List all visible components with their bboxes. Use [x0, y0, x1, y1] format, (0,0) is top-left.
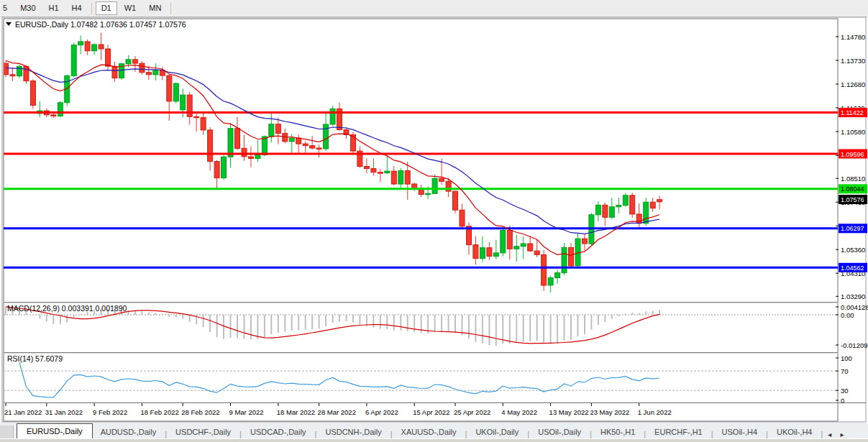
- chart-area[interactable]: 1.147801.137301.126801.116301.105801.095…: [0, 0, 868, 423]
- candle: [85, 42, 90, 51]
- candle: [160, 70, 165, 75]
- candle: [507, 231, 512, 249]
- candle: [330, 109, 335, 124]
- macd-histogram-bar: [66, 315, 68, 323]
- tab-audusd-daily[interactable]: AUDUSD-,Daily: [93, 425, 165, 438]
- tab-scroll-right-button[interactable]: ▸: [836, 431, 848, 438]
- candle: [153, 70, 158, 75]
- price-axis-label: 1.08510: [841, 175, 865, 183]
- tab-usdchf-daily[interactable]: USDCHF-,Daily: [168, 425, 239, 438]
- macd-histogram-bar: [618, 315, 619, 316]
- candle: [167, 75, 172, 101]
- tab-eurusd-daily[interactable]: EURUSD-,Daily: [17, 423, 93, 438]
- macd-histogram-bar: [168, 315, 170, 317]
- candle: [616, 206, 621, 207]
- macd-histogram-bar: [155, 313, 156, 315]
- macd-histogram-bar: [319, 315, 320, 329]
- candle: [501, 231, 506, 253]
- level-price-tag: 1.09596: [841, 151, 864, 158]
- macd-histogram-bar: [373, 315, 374, 328]
- macd-axis-label: -0.012093: [841, 341, 868, 349]
- candle: [473, 245, 478, 259]
- candle: [248, 157, 253, 159]
- candle: [126, 60, 131, 64]
- tab-usoil-daily[interactable]: USOil-,Daily: [530, 425, 589, 438]
- candle: [609, 207, 614, 218]
- macd-histogram-bar: [332, 315, 334, 323]
- candle: [412, 184, 417, 188]
- candle: [92, 45, 97, 51]
- candle: [228, 129, 233, 157]
- macd-histogram-bar: [639, 313, 640, 315]
- candle: [255, 155, 260, 159]
- macd-histogram-bar: [244, 315, 245, 339]
- macd-histogram-bar: [393, 315, 395, 331]
- macd-histogram-bar: [550, 315, 552, 344]
- tab-eurchf-h1[interactable]: EURCHF-,H1: [647, 425, 711, 438]
- macd-histogram-bar: [325, 315, 326, 326]
- macd-histogram-bar: [584, 315, 585, 334]
- tab-ukoil-daily[interactable]: UKOil-,Daily: [467, 425, 526, 438]
- macd-histogram-bar: [577, 315, 579, 336]
- macd-histogram-bar: [495, 315, 497, 346]
- date-axis-label: 31 Jan 2022: [45, 408, 83, 416]
- candle: [528, 244, 533, 251]
- rsi-axis-label: 100: [841, 354, 852, 362]
- macd-histogram-bar: [223, 315, 224, 339]
- chart-title: EURUSD-,Daily 1.07482 1.07636 1.07457 1.…: [15, 20, 186, 29]
- macd-histogram-bar: [46, 315, 47, 321]
- candle: [398, 171, 403, 185]
- date-axis-label: 4 May 2022: [501, 408, 537, 416]
- candle: [106, 49, 111, 66]
- candle: [351, 135, 356, 152]
- status-strip: [0, 438, 868, 442]
- candle: [310, 146, 315, 149]
- macd-histogram-bar: [32, 315, 34, 316]
- tab-usdcnh-daily[interactable]: USDCNH-,Daily: [317, 425, 389, 438]
- candle: [146, 73, 151, 75]
- macd-histogram-bar: [305, 315, 306, 330]
- candle: [283, 134, 288, 142]
- macd-histogram-bar: [346, 315, 347, 321]
- candle: [480, 248, 485, 259]
- date-axis-label: 15 Apr 2022: [413, 408, 449, 416]
- candle: [242, 148, 247, 157]
- macd-histogram-bar: [209, 315, 211, 332]
- candle: [296, 138, 301, 144]
- macd-histogram-bar: [441, 315, 442, 331]
- tab-xauusd-daily[interactable]: XAUUSD-,Daily: [393, 425, 465, 438]
- macd-histogram-bar: [529, 315, 531, 341]
- date-axis-label: 1 Jun 2022: [638, 408, 672, 416]
- candle: [562, 247, 567, 272]
- candle: [460, 210, 465, 226]
- tab-hk50-h1[interactable]: HK50-,H1: [593, 425, 643, 438]
- candle: [426, 193, 431, 195]
- candle: [650, 202, 655, 208]
- macd-histogram-bar: [523, 315, 524, 342]
- level-price-tag: 1.11422: [841, 109, 864, 116]
- tab-scroll-left-button[interactable]: ◂: [823, 431, 836, 438]
- macd-histogram-bar: [203, 315, 204, 327]
- macd-histogram-bar: [311, 315, 313, 329]
- macd-histogram-bar: [598, 315, 599, 325]
- candle: [208, 130, 213, 162]
- candle: [201, 118, 206, 130]
- price-axis-label: 1.13730: [841, 57, 865, 65]
- tab-usoil-h4[interactable]: USOil-,H4: [714, 425, 766, 438]
- macd-histogram-bar: [652, 311, 654, 316]
- macd-histogram-bar: [407, 315, 408, 331]
- tab-usdcad-daily[interactable]: USDCAD-,Daily: [242, 425, 314, 438]
- candle: [405, 171, 410, 185]
- macd-histogram-bar: [359, 315, 360, 324]
- level-price-tag: 1.06297: [841, 225, 864, 232]
- date-axis-label: 28 Feb 2022: [181, 408, 219, 416]
- tab-scroll-corner[interactable]: [0, 425, 14, 438]
- macd-histogram-bar: [80, 314, 81, 315]
- macd-histogram-bar: [189, 315, 191, 322]
- macd-histogram-bar: [380, 315, 381, 329]
- macd-histogram-bar: [175, 315, 177, 318]
- tab-ukoil-h4[interactable]: UKOil-,H4: [769, 425, 821, 438]
- chart-plot-frame: [4, 19, 838, 421]
- macd-histogram-bar: [182, 315, 183, 319]
- candle: [140, 63, 145, 73]
